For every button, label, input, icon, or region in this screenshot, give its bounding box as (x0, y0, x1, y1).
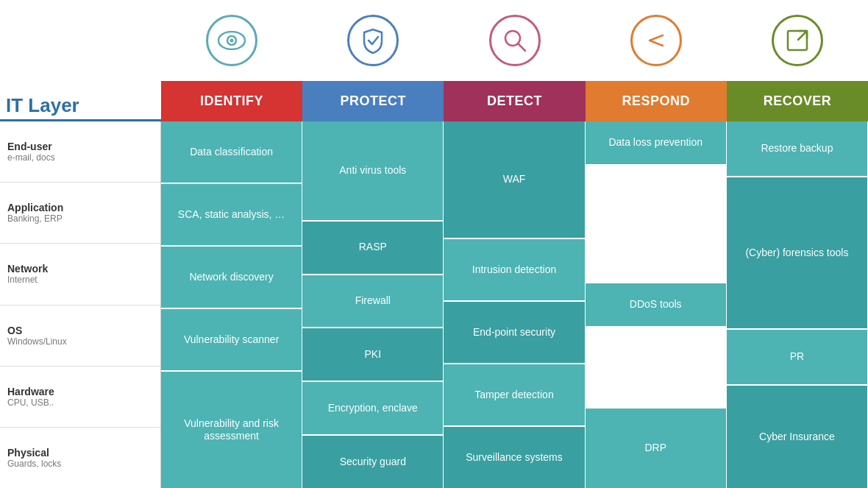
respond-cell-1: Data loss prevention (586, 121, 726, 166)
label-hardware: Hardware CPU, USB.. (0, 367, 160, 428)
category-protect: PROTECT (302, 81, 444, 121)
protect-cell-2: RASP (302, 222, 443, 275)
main-container: IT Layer IDENTIFY PROTECT DETECT RESPOND… (0, 0, 868, 488)
label-physical: Physical Guards, locks (0, 428, 160, 488)
identify-cell-4: Vulnerability scanner (161, 309, 302, 372)
label-os: OS Windows/Linux (0, 305, 160, 367)
svg-line-4 (518, 43, 525, 51)
recover-cell-forensics: (Cyber) forensics tools (727, 177, 867, 330)
recover-cell-cyber: Cyber Insurance (727, 386, 867, 488)
protect-cell-4: PKI (302, 328, 443, 382)
protect-cell-3: Firewall (302, 275, 443, 329)
category-recover: RECOVER (727, 81, 868, 121)
it-layer-title: IT Layer (6, 96, 79, 115)
identify-cell-3: Network discovery (161, 247, 302, 309)
svg-point-2 (230, 39, 234, 43)
protect-cell-6: Security guard (302, 436, 443, 488)
respond-icon (630, 15, 682, 66)
category-detect: DETECT (444, 81, 585, 121)
protect-icon-cell (302, 0, 444, 81)
protect-icon (347, 15, 399, 66)
identify-cell-1: Data classification (161, 121, 302, 184)
labels-column: End-user e-mail, docs Application Bankin… (0, 121, 161, 488)
protect-cell-1: Anti virus tools (302, 121, 443, 222)
protect-column: Anti virus tools RASP Firewall PKI Encry… (302, 121, 444, 488)
recover-cell-pr: PR (727, 330, 867, 386)
respond-cell-empty-2 (586, 328, 726, 409)
label-network: Network Internet (0, 244, 160, 305)
detect-icon (489, 15, 541, 66)
detect-cell-5: Surveillance systems (444, 427, 584, 488)
detect-cell-4: Tamper detection (444, 364, 584, 427)
it-layer-header-space (0, 0, 161, 81)
respond-icon-cell (586, 0, 727, 81)
detect-cell-1: WAF (444, 121, 584, 239)
respond-cell-drp: DRP (586, 409, 726, 488)
category-row: IT Layer IDENTIFY PROTECT DETECT RESPOND… (0, 81, 868, 121)
label-end-user: End-user e-mail, docs (0, 121, 160, 183)
recover-column: Restore backup (Cyber) forensics tools P… (727, 121, 868, 488)
identify-cell-5: Vulnerability and risk assessment (161, 372, 302, 488)
respond-column: Data loss prevention DDoS tools DRP (586, 121, 727, 488)
detect-icon-cell (444, 0, 585, 81)
identify-icon-cell (161, 0, 302, 81)
identify-column: Data classification SCA, static analysis… (161, 121, 302, 488)
respond-cell-empty-1 (586, 166, 726, 283)
category-identify: IDENTIFY (161, 81, 302, 121)
recover-icon-cell (727, 0, 868, 81)
main-grid: End-user e-mail, docs Application Bankin… (0, 121, 868, 488)
category-respond: RESPOND (586, 81, 727, 121)
svg-line-6 (798, 31, 807, 40)
protect-cell-5: Encryption, enclave (302, 382, 443, 436)
identify-icon (206, 15, 257, 66)
detect-cell-2: Intrusion detection (444, 239, 584, 302)
it-layer-title-cell: IT Layer (0, 81, 161, 121)
identify-cell-2: SCA, static analysis, … (161, 184, 302, 247)
detect-cell-3: End-point security (444, 302, 584, 364)
recover-icon (772, 15, 823, 66)
label-application: Application Banking, ERP (0, 183, 160, 244)
recover-cell-1: Restore backup (727, 121, 867, 177)
detect-column: WAF Intrusion detection End-point securi… (444, 121, 585, 488)
respond-cell-ddos: DDoS tools (586, 283, 726, 328)
icon-row (0, 0, 868, 81)
